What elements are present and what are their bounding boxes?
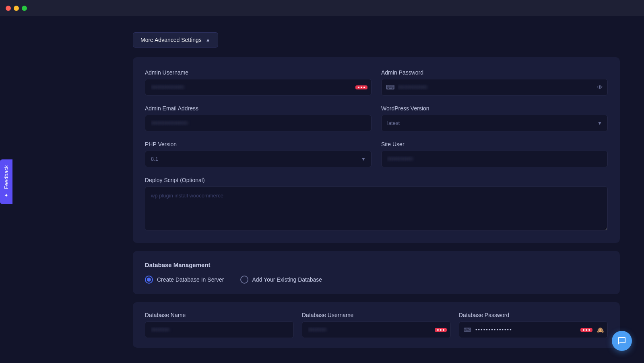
admin-username-group: Admin Username [145,69,372,95]
admin-username-input[interactable] [145,79,372,95]
php-version-label: PHP Version [145,141,372,147]
admin-settings-card: Admin Username Admin Password ⌨ 👁 [133,57,620,243]
minimize-dot[interactable] [14,6,19,11]
php-version-group: PHP Version 8.1 8.0 7.4 7.3 ▼ [145,141,372,167]
form-row-1: Admin Username Admin Password ⌨ 👁 [145,69,608,95]
db-password-wrapper: ⌨ 🙈 [459,322,608,338]
main-content: More Advanced Settings ▲ Admin Username [109,16,644,363]
generate-db-password-icon[interactable] [580,328,592,332]
chat-button[interactable] [612,331,632,351]
db-name-label: Database Name [145,312,294,318]
db-name-group: Database Name [145,312,294,338]
database-radio-row: Create Database In Server Add Your Exist… [145,276,608,284]
admin-username-wrapper [145,79,372,95]
deploy-script-textarea[interactable] [145,187,608,231]
existing-database-option[interactable]: Add Your Existing Database [240,276,322,284]
database-management-card: Database Management Create Database In S… [133,251,620,294]
wp-version-group: WordPress Version latest 6.4 6.3 ▼ [381,105,608,131]
feedback-button[interactable]: ✦ Feedback [0,159,12,204]
db-name-wrapper [145,322,294,338]
php-version-select[interactable]: 8.1 8.0 7.4 7.3 [145,151,372,167]
create-database-radio[interactable] [145,276,153,284]
db-username-wrapper [302,322,451,338]
feedback-label: Feedback [3,165,9,189]
create-database-label: Create Database In Server [157,276,224,283]
admin-password-wrapper: ⌨ 👁 [381,79,608,95]
db-username-group: Database Username [302,312,451,338]
db-username-input[interactable] [302,322,451,338]
deploy-script-group: Deploy Script (Optional) [145,177,608,231]
wp-version-label: WordPress Version [381,105,608,112]
database-management-title: Database Management [145,261,608,268]
database-fields-row: Database Name Database Username [145,312,608,338]
admin-password-input[interactable] [381,79,608,95]
create-database-option[interactable]: Create Database In Server [145,276,224,284]
chevron-up-icon: ▲ [206,37,211,43]
db-name-input[interactable] [145,322,294,338]
show-password-icon[interactable]: 👁 [597,84,603,91]
db-username-label: Database Username [302,312,451,318]
form-row-3: PHP Version 8.1 8.0 7.4 7.3 ▼ Site User [145,141,608,167]
titlebar [0,0,644,16]
close-dot[interactable] [6,6,11,11]
admin-password-group: Admin Password ⌨ 👁 [381,69,608,95]
admin-username-label: Admin Username [145,69,372,76]
site-user-input[interactable] [381,151,608,167]
feedback-sidebar[interactable]: ✦ Feedback [0,159,12,204]
site-user-wrapper [381,151,608,167]
sidebar [0,16,109,363]
site-user-label: Site User [381,141,608,147]
more-advanced-settings-toggle[interactable]: More Advanced Settings ▲ [133,32,218,48]
wp-version-select[interactable]: latest 6.4 6.3 [381,115,608,131]
form-row-2: Admin Email Address WordPress Version la… [145,105,608,131]
admin-email-wrapper [145,115,372,131]
db-password-group: Database Password ⌨ 🙈 [459,312,608,338]
form-row-4: Deploy Script (Optional) [145,177,608,231]
admin-email-label: Admin Email Address [145,105,372,112]
db-password-label: Database Password [459,312,608,318]
generate-username-icon[interactable] [355,85,367,89]
chat-icon [617,336,626,345]
deploy-script-label: Deploy Script (Optional) [145,177,608,183]
keyboard-icon: ⌨ [386,84,395,91]
hide-db-password-icon[interactable]: 🙈 [597,327,604,333]
admin-email-input[interactable] [145,115,372,131]
maximize-dot[interactable] [22,6,27,11]
existing-database-label: Add Your Existing Database [252,276,322,283]
admin-password-label: Admin Password [381,69,608,76]
toggle-label: More Advanced Settings [140,37,202,43]
generate-db-username-icon[interactable] [435,328,447,332]
db-password-keyboard-icon: ⌨ [464,327,471,333]
database-fields-card: Database Name Database Username [133,302,620,348]
php-version-select-wrapper: 8.1 8.0 7.4 7.3 ▼ [145,151,372,167]
existing-database-radio[interactable] [240,276,248,284]
site-user-group: Site User [381,141,608,167]
admin-email-group: Admin Email Address [145,105,372,131]
wp-version-select-wrapper: latest 6.4 6.3 ▼ [381,115,608,131]
feedback-star-icon: ✦ [3,192,9,198]
